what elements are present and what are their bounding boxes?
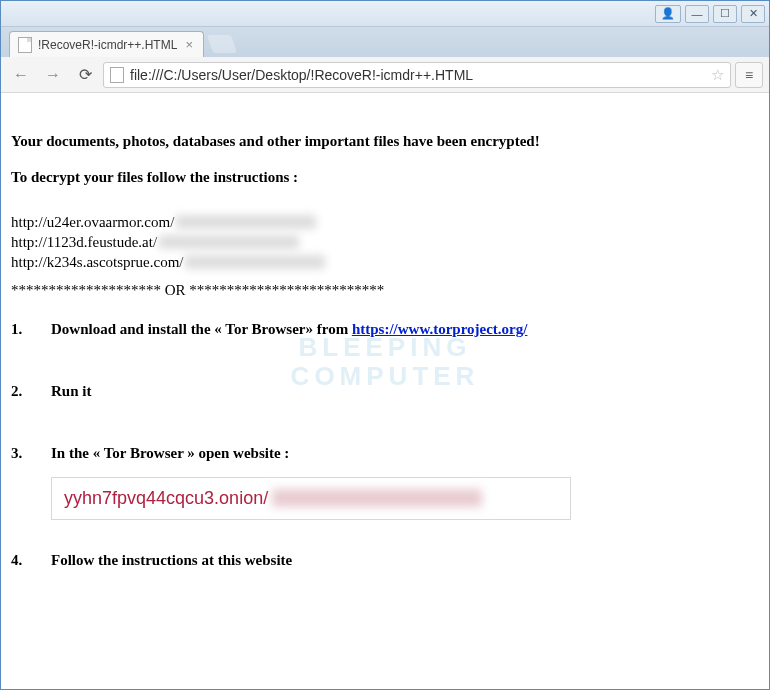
payment-url: http://u24er.ovaarmor.com/ bbox=[11, 212, 759, 232]
browser-tab[interactable]: !RecoveR!-icmdr++.HTML × bbox=[9, 31, 204, 57]
step-text: Download and install the « Tor Browser» … bbox=[51, 319, 759, 339]
step-number: 2. bbox=[11, 381, 51, 401]
blurred-path bbox=[185, 255, 325, 269]
step-number: 1. bbox=[11, 319, 51, 339]
instruction-steps: 1. Download and install the « Tor Browse… bbox=[11, 319, 759, 464]
address-bar[interactable]: file:///C:/Users/User/Desktop/!RecoveR!-… bbox=[103, 62, 731, 88]
step-3: 3. In the « Tor Browser » open website : bbox=[11, 443, 759, 463]
maximize-button[interactable]: ☐ bbox=[713, 5, 737, 23]
user-button[interactable]: 👤 bbox=[655, 5, 681, 23]
close-tab-icon[interactable]: × bbox=[183, 37, 195, 52]
blurred-onion-path bbox=[272, 489, 482, 507]
payment-url: http://k234s.ascotsprue.com/ bbox=[11, 252, 759, 272]
tab-title: !RecoveR!-icmdr++.HTML bbox=[38, 38, 177, 52]
close-window-button[interactable]: ✕ bbox=[741, 5, 765, 23]
step-number: 4. bbox=[11, 550, 51, 570]
new-tab-button[interactable] bbox=[207, 35, 237, 53]
step-text: Run it bbox=[51, 381, 759, 401]
onion-address-box: yyhn7fpvq44cqcu3.onion/ bbox=[51, 477, 571, 519]
url-text: file:///C:/Users/User/Desktop/!RecoveR!-… bbox=[130, 67, 705, 83]
menu-button[interactable]: ≡ bbox=[735, 62, 763, 88]
instruction-steps-cont: 4. Follow the instructions at this websi… bbox=[11, 550, 759, 570]
browser-window: 👤 — ☐ ✕ !RecoveR!-icmdr++.HTML × ← → ⟳ f… bbox=[0, 0, 770, 690]
step-4: 4. Follow the instructions at this websi… bbox=[11, 550, 759, 570]
onion-address: yyhn7fpvq44cqcu3.onion/ bbox=[64, 486, 268, 510]
page-icon bbox=[110, 67, 124, 83]
step-text: In the « Tor Browser » open website : bbox=[51, 443, 759, 463]
step-1: 1. Download and install the « Tor Browse… bbox=[11, 319, 759, 339]
forward-button[interactable]: → bbox=[39, 61, 67, 89]
blurred-path bbox=[176, 215, 316, 229]
payment-url-list: http://u24er.ovaarmor.com/ http://1123d.… bbox=[11, 212, 759, 273]
blurred-path bbox=[159, 235, 299, 249]
page-content: BLEEPING COMPUTER Your documents, photos… bbox=[1, 93, 769, 689]
payment-url: http://1123d.feustude.at/ bbox=[11, 232, 759, 252]
tab-bar: !RecoveR!-icmdr++.HTML × bbox=[1, 27, 769, 57]
step-2: 2. Run it bbox=[11, 381, 759, 401]
bookmark-star-icon[interactable]: ☆ bbox=[711, 66, 724, 84]
window-titlebar: 👤 — ☐ ✕ bbox=[1, 1, 769, 27]
reload-button[interactable]: ⟳ bbox=[71, 61, 99, 89]
file-icon bbox=[18, 37, 32, 53]
step-text: Follow the instructions at this website bbox=[51, 550, 759, 570]
browser-toolbar: ← → ⟳ file:///C:/Users/User/Desktop/!Rec… bbox=[1, 57, 769, 93]
torproject-link[interactable]: https://www.torproject.org/ bbox=[352, 321, 528, 337]
minimize-button[interactable]: — bbox=[685, 5, 709, 23]
divider-or: ******************** OR ****************… bbox=[11, 280, 759, 300]
main-heading: Your documents, photos, databases and ot… bbox=[11, 131, 759, 151]
step-number: 3. bbox=[11, 443, 51, 463]
back-button[interactable]: ← bbox=[7, 61, 35, 89]
sub-heading: To decrypt your files follow the instruc… bbox=[11, 167, 759, 187]
